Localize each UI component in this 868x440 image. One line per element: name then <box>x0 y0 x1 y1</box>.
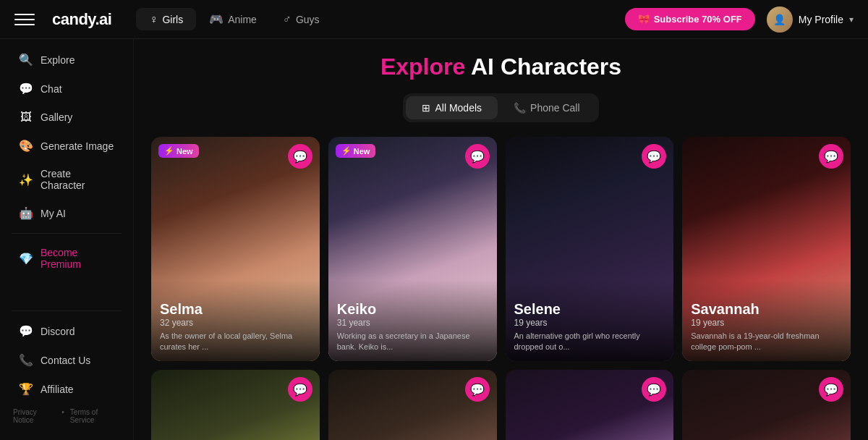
selma-chat-button[interactable]: 💬 <box>288 144 312 169</box>
logo: candy.ai <box>52 10 111 29</box>
savannah-name: Savannah <box>691 301 842 318</box>
anime-icon: 🎮 <box>209 12 224 26</box>
lightning-icon: ⚡ <box>164 146 174 156</box>
explore-rest: AI Characters <box>471 54 621 80</box>
profile-area[interactable]: 👤 My Profile ▾ <box>767 7 854 33</box>
character-card-savannah[interactable]: 💬 Savannah 19 years Savannah is a 19-yea… <box>682 137 851 361</box>
selma-name: Selma <box>160 301 311 318</box>
create-icon: ✨ <box>19 173 33 187</box>
selene-age: 19 years <box>514 318 665 328</box>
filter-phone-call[interactable]: 📞 Phone Call <box>498 96 596 119</box>
content-area: Explore AI Characters ⊞ All Models 📞 Pho… <box>134 39 868 440</box>
character-card-r2-4[interactable]: 💬 <box>682 370 851 440</box>
chat-icon: 💬 <box>19 82 33 96</box>
sidebar-item-myai-label: My AI <box>41 208 66 219</box>
nav-right: 🎀 Subscribe 70% OFF 👤 My Profile ▾ <box>625 7 854 33</box>
sidebar-item-premium-label: Become Premium <box>41 247 114 270</box>
savannah-info: Savannah 19 years Savannah is a 19-year-… <box>682 279 851 362</box>
sidebar-divider <box>12 233 122 234</box>
filter-phone-label: Phone Call <box>530 102 580 114</box>
keiko-desc: Working as a secretary in a Japanese ban… <box>337 331 488 353</box>
contact-icon: 📞 <box>19 353 33 367</box>
topnav: candy.ai ♀ Girls 🎮 Anime ♂ Guys 🎀 Subscr… <box>0 0 868 39</box>
explore-title: Explore AI Characters <box>151 54 851 80</box>
sidebar-item-contact[interactable]: 📞 Contact Us <box>6 346 127 374</box>
r2-1-chat-button[interactable]: 💬 <box>288 377 312 402</box>
explore-icon: 🔍 <box>19 53 33 67</box>
selene-info: Selene 19 years An alternative goth girl… <box>506 279 674 362</box>
sidebar-item-contact-label: Contact Us <box>41 355 90 366</box>
chevron-down-icon: ▾ <box>849 14 854 25</box>
keiko-new-badge: ⚡ New <box>336 144 376 158</box>
privacy-links: Privacy Notice • Terms of Service <box>0 404 133 428</box>
character-card-keiko[interactable]: ⚡ New 💬 Keiko 31 years Working as a secr… <box>328 137 497 361</box>
sidebar-item-explore-label: Explore <box>41 54 75 66</box>
sidebar-item-premium[interactable]: 💎 Become Premium <box>6 240 127 277</box>
subscribe-label: Subscribe 70% OFF <box>654 14 742 25</box>
privacy-link[interactable]: Privacy Notice <box>13 408 56 424</box>
selma-age: 32 years <box>160 318 311 328</box>
keiko-name: Keiko <box>337 301 488 318</box>
keiko-info: Keiko 31 years Working as a secretary in… <box>328 279 497 362</box>
gallery-icon: 🖼 <box>19 111 33 124</box>
guys-icon: ♂ <box>283 13 292 26</box>
sidebar-top: 🔍 Explore 💬 Chat 🖼 Gallery 🎨 Generate Im… <box>0 45 133 305</box>
character-card-r2-1[interactable]: 💬 <box>151 370 320 440</box>
sidebar-item-create[interactable]: ✨ Create Character <box>6 161 127 198</box>
sidebar-item-discord-label: Discord <box>41 326 75 337</box>
sidebar-item-discord[interactable]: 💬 Discord <box>6 317 127 345</box>
sidebar-item-affiliate-label: Affiliate <box>41 384 74 395</box>
avatar: 👤 <box>767 7 793 33</box>
nav-tab-anime-label: Anime <box>228 14 257 25</box>
explore-highlight: Explore <box>380 54 465 80</box>
character-card-selene[interactable]: 💬 Selene 19 years An alternative goth gi… <box>506 137 674 361</box>
selene-name: Selene <box>514 301 665 318</box>
nav-tab-girls-label: Girls <box>162 14 183 25</box>
all-models-icon: ⊞ <box>422 102 430 114</box>
keiko-age: 31 years <box>337 318 488 328</box>
filter-all-models[interactable]: ⊞ All Models <box>406 96 498 119</box>
lightning-icon: ⚡ <box>341 146 352 156</box>
r2-2-chat-button[interactable]: 💬 <box>465 377 490 402</box>
sidebar-item-myai[interactable]: 🤖 My AI <box>6 199 127 227</box>
premium-icon: 💎 <box>19 252 33 266</box>
discord-icon: 💬 <box>19 324 33 338</box>
sidebar-bottom: 💬 Discord 📞 Contact Us 🏆 Affiliate Priva… <box>0 305 133 434</box>
subscribe-button[interactable]: 🎀 Subscribe 70% OFF <box>625 8 755 30</box>
explore-header: Explore AI Characters <box>151 54 851 80</box>
sidebar: 🔍 Explore 💬 Chat 🖼 Gallery 🎨 Generate Im… <box>0 39 134 440</box>
myai-icon: 🤖 <box>19 206 33 220</box>
nav-tab-guys[interactable]: ♂ Guys <box>270 8 333 30</box>
character-card-selma[interactable]: ⚡ New 💬 Selma 32 years As the owner of a… <box>151 137 320 361</box>
nav-tab-anime[interactable]: 🎮 Anime <box>196 8 270 30</box>
sidebar-item-explore[interactable]: 🔍 Explore <box>6 46 127 74</box>
sidebar-item-generate-label: Generate Image <box>41 140 114 152</box>
nav-tabs: ♀ Girls 🎮 Anime ♂ Guys <box>136 8 332 30</box>
savannah-age: 19 years <box>691 318 842 328</box>
terms-link[interactable]: Terms of Service <box>70 408 120 424</box>
profile-name: My Profile <box>799 14 843 25</box>
sidebar-item-chat-label: Chat <box>41 83 62 95</box>
keiko-chat-button[interactable]: 💬 <box>465 144 490 169</box>
filter-all-label: All Models <box>435 102 482 114</box>
selma-info: Selma 32 years As the owner of a local g… <box>151 279 320 362</box>
character-card-r2-2[interactable]: 💬 <box>328 370 497 440</box>
nav-tab-girls[interactable]: ♀ Girls <box>136 8 196 30</box>
girls-icon: ♀ <box>149 13 158 26</box>
privacy-dot: • <box>61 408 64 424</box>
sidebar-item-create-label: Create Character <box>41 168 114 191</box>
hamburger-menu[interactable] <box>14 9 35 30</box>
sidebar-divider-bottom <box>12 310 122 311</box>
character-card-r2-3[interactable]: 💬 <box>506 370 674 440</box>
sidebar-item-gallery-label: Gallery <box>41 111 72 123</box>
sidebar-item-chat[interactable]: 💬 Chat <box>6 75 127 103</box>
sidebar-item-affiliate[interactable]: 🏆 Affiliate <box>6 375 127 403</box>
heart-icon: 🎀 <box>638 14 650 25</box>
affiliate-icon: 🏆 <box>19 382 33 396</box>
sidebar-item-gallery[interactable]: 🖼 Gallery <box>6 103 127 131</box>
selma-new-badge: ⚡ New <box>158 144 199 158</box>
selene-chat-button[interactable]: 💬 <box>642 144 666 169</box>
selma-desc: As the owner of a local gallery, Selma c… <box>160 331 311 353</box>
sidebar-item-generate[interactable]: 🎨 Generate Image <box>6 132 127 160</box>
savannah-chat-button[interactable]: 💬 <box>819 144 843 169</box>
